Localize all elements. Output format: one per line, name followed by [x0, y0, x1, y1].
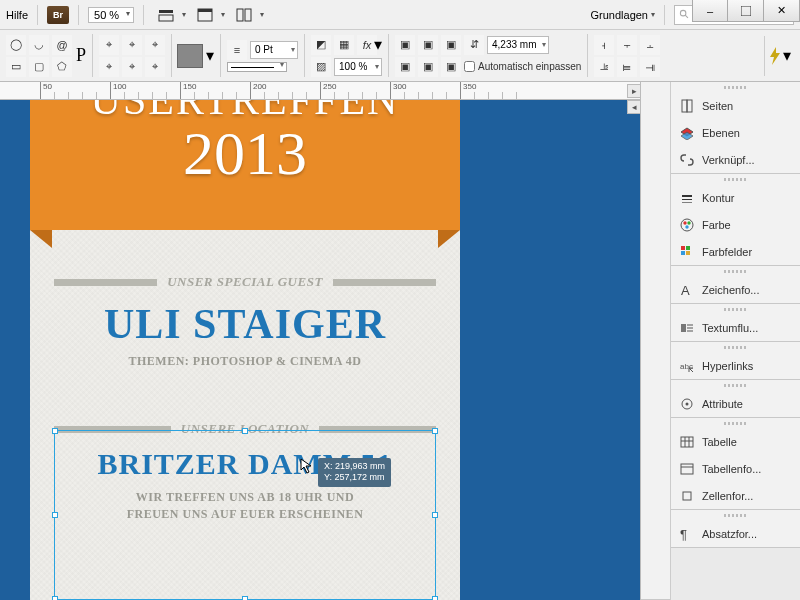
svg-rect-8	[741, 6, 751, 16]
anchor-1-icon[interactable]: ⌖	[99, 35, 119, 55]
fit-6-icon[interactable]: ▣	[441, 57, 461, 77]
tool-rect-icon[interactable]: ▭	[6, 57, 26, 77]
panel-collapse-1[interactable]: ▸	[627, 84, 641, 98]
svg-rect-23	[681, 324, 686, 332]
banner-year: 2013	[30, 118, 460, 189]
horizontal-ruler: 50100150200250300350	[0, 82, 640, 100]
svg-point-15	[683, 221, 686, 224]
fit-3-icon[interactable]: ▣	[441, 35, 461, 55]
panel-kontur[interactable]: Kontur	[671, 184, 800, 211]
panel-zeichenfo-[interactable]: AZeichenfo...	[671, 276, 800, 303]
align-4-icon[interactable]: ⫡	[594, 57, 614, 77]
corner-icon[interactable]: ◩	[311, 35, 331, 55]
close-button[interactable]: ✕	[764, 0, 800, 22]
view-options-icon[interactable]	[153, 4, 179, 26]
tool-arc-icon[interactable]: ◡	[29, 35, 49, 55]
align-3-icon[interactable]: ⫠	[640, 35, 660, 55]
tool-spiral-icon[interactable]: @	[52, 35, 72, 55]
panel-textumflu-[interactable]: Textumflu...	[671, 314, 800, 341]
panel-verkn-pf-[interactable]: Verknüpf...	[671, 146, 800, 173]
svg-rect-4	[237, 9, 243, 21]
gradient-icon[interactable]: ▨	[311, 57, 331, 77]
stroke-style-dropdown[interactable]	[227, 62, 287, 72]
frame-size-field[interactable]: 4,233 mm	[487, 36, 549, 54]
maximize-button[interactable]	[728, 0, 764, 22]
textumflu--icon	[679, 320, 695, 336]
quick-apply-icon[interactable]: ▾	[764, 36, 794, 76]
panel-ebenen[interactable]: Ebenen	[671, 119, 800, 146]
minimize-button[interactable]: –	[692, 0, 728, 22]
panel-hyperlinks[interactable]: abcHyperlinks	[671, 352, 800, 379]
cursor-icon	[300, 458, 316, 474]
workspace-switcher[interactable]: Grundlagen	[591, 9, 649, 21]
panel-farbe[interactable]: Farbe	[671, 211, 800, 238]
tool-ellipse-icon[interactable]: ◯	[6, 35, 26, 55]
align-6-icon[interactable]: ⫣	[640, 57, 660, 77]
svg-text:¶: ¶	[680, 527, 687, 541]
fill-swatch[interactable]	[178, 45, 202, 67]
panel-seiten[interactable]: Seiten	[671, 92, 800, 119]
align-5-icon[interactable]: ⫢	[617, 57, 637, 77]
screen-mode-icon[interactable]	[192, 4, 218, 26]
svg-rect-3	[198, 9, 212, 12]
guest-name: ULI STAIGER	[54, 300, 436, 348]
search-icon	[679, 9, 690, 20]
svg-rect-1	[159, 15, 173, 21]
svg-rect-19	[686, 246, 690, 250]
svg-rect-0	[159, 10, 173, 13]
arrange-icon[interactable]	[231, 4, 257, 26]
panel-zellenfor-[interactable]: Zellenfor...	[671, 482, 800, 509]
zoom-dropdown[interactable]: 50 %	[88, 7, 134, 23]
opacity-icon[interactable]: ▦	[334, 35, 354, 55]
autofit-checkbox[interactable]	[464, 61, 475, 72]
svg-point-16	[687, 221, 690, 224]
coord-y: Y: 257,172 mm	[324, 472, 385, 483]
tool-rounded-icon[interactable]: ▢	[29, 57, 49, 77]
svg-line-7	[685, 15, 688, 18]
help-menu[interactable]: Hilfe	[6, 9, 28, 21]
bridge-icon[interactable]: Br	[47, 6, 69, 24]
stroke-weight-icon: ≡	[227, 40, 247, 60]
document-canvas[interactable]: USERTREFFEN 2013 UNSER SPECIAL GUEST ULI…	[0, 100, 640, 600]
anchor-5-icon[interactable]: ⌖	[122, 57, 142, 77]
autofit-label: Automatisch einpassen	[478, 61, 581, 72]
panel-collapse-2[interactable]: ◂	[627, 100, 641, 114]
verkn-pf--icon	[679, 152, 695, 168]
zellenfor--icon	[679, 488, 695, 504]
opacity-field[interactable]: 100 %	[334, 58, 382, 76]
anchor-2-icon[interactable]: ⌖	[122, 35, 142, 55]
svg-rect-5	[245, 9, 251, 21]
panel-farbfelder[interactable]: Farbfelder	[671, 238, 800, 265]
absatzfor--icon: ¶	[679, 526, 695, 542]
svg-rect-30	[681, 437, 693, 447]
svg-rect-36	[683, 492, 691, 500]
panel-tabellenfo-[interactable]: Tabellenfo...	[671, 455, 800, 482]
paragraph-indicator-icon: P	[76, 45, 86, 66]
tool-poly-icon[interactable]: ⬠	[52, 57, 72, 77]
anchor-6-icon[interactable]: ⌖	[145, 57, 165, 77]
panel-tabelle[interactable]: Tabelle	[671, 428, 800, 455]
panel-absatzfor-[interactable]: ¶Absatzfor...	[671, 520, 800, 547]
svg-point-29	[686, 402, 689, 405]
fit-4-icon[interactable]: ▣	[395, 57, 415, 77]
anchor-4-icon[interactable]: ⌖	[99, 57, 119, 77]
fit-2-icon[interactable]: ▣	[418, 35, 438, 55]
align-2-icon[interactable]: ⫟	[617, 35, 637, 55]
cursor-position: X: 219,963 mm Y: 257,172 mm	[300, 458, 391, 487]
selection-frame[interactable]	[54, 430, 436, 600]
tabellenfo--icon	[679, 461, 695, 477]
farbe-icon	[679, 217, 695, 233]
fit-1-icon[interactable]: ▣	[395, 35, 415, 55]
anchor-3-icon[interactable]: ⌖	[145, 35, 165, 55]
zeichenfo--icon: A	[679, 282, 695, 298]
align-1-icon[interactable]: ⫞	[594, 35, 614, 55]
panel-attribute[interactable]: Attribute	[671, 390, 800, 417]
fit-5-icon[interactable]: ▣	[418, 57, 438, 77]
stroke-weight-field[interactable]: 0 Pt	[250, 41, 298, 59]
svg-rect-21	[686, 251, 690, 255]
svg-point-6	[680, 10, 686, 16]
fit-link-icon[interactable]: ⇵	[464, 35, 484, 55]
svg-rect-13	[682, 202, 692, 203]
ebenen-icon	[679, 125, 695, 141]
svg-rect-10	[687, 100, 692, 112]
